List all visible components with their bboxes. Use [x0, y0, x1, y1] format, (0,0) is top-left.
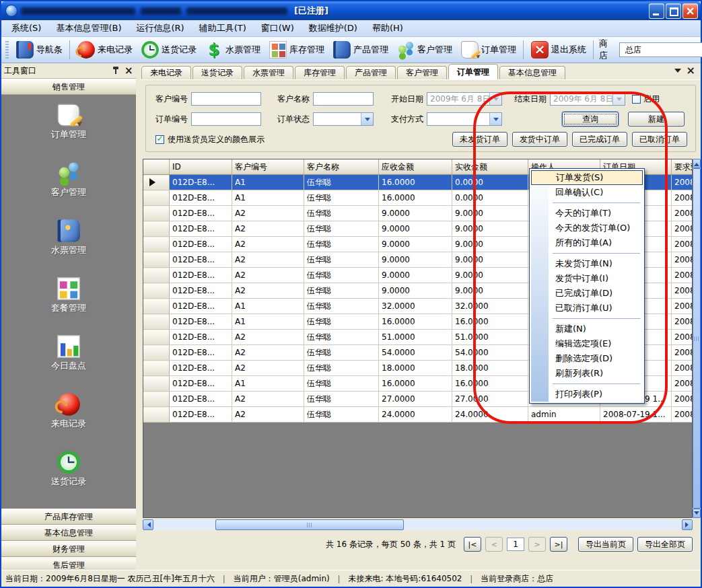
row-selector[interactable] — [143, 376, 170, 392]
context-menu-item-13[interactable]: 编辑选定项(E) — [531, 336, 643, 351]
grid-header-7[interactable]: 要求到货日期 — [672, 159, 693, 175]
menubar-item-5[interactable]: 数据维护(D) — [302, 20, 365, 36]
tab-7[interactable]: 基本信息管理 — [499, 66, 565, 79]
menubar-item-0[interactable]: 系统(S) — [4, 20, 48, 36]
context-menu-item-0[interactable]: 订单发货(S) — [531, 170, 643, 185]
row-selector[interactable] — [143, 361, 170, 376]
row-selector[interactable] — [143, 268, 170, 283]
close-icon[interactable] — [122, 65, 133, 76]
context-menu-item-9[interactable]: 已完成订单(D) — [531, 286, 643, 301]
context-menu-item-5[interactable]: 所有的订单(A) — [531, 235, 643, 250]
chevron-down-icon[interactable] — [612, 93, 625, 105]
context-menu-item-7[interactable]: 未发货订单(N) — [531, 256, 643, 271]
context-menu-item-3[interactable]: 今天的订单(T) — [531, 206, 643, 221]
export-all-pages-button[interactable]: 导出全部页 — [637, 537, 693, 552]
start-date-picker[interactable]: 2009年 6月 8日 — [427, 92, 502, 106]
toolbar-button-order[interactable]: 订单管理 — [456, 39, 520, 61]
grid-header-4[interactable]: 实收金额 — [452, 159, 528, 175]
sidebar-group-0[interactable]: 产品库存管理 — [1, 509, 136, 525]
grid-header-1[interactable]: 客户编号 — [232, 159, 304, 175]
minimize-button[interactable] — [649, 3, 664, 19]
sidebar-item-customer[interactable]: 客户管理 — [51, 163, 86, 198]
pin-icon[interactable] — [110, 65, 121, 76]
context-menu-item-15[interactable]: 刷新列表(R) — [531, 366, 643, 381]
toolbar-button-exit[interactable]: 退出系统 — [526, 39, 590, 61]
close-button[interactable] — [682, 3, 698, 19]
tab-2[interactable]: 水票管理 — [244, 66, 293, 79]
vertical-scroll-thumb[interactable] — [693, 168, 701, 509]
shop-combo[interactable]: 总店 — [619, 42, 702, 57]
context-menu-item-1[interactable]: 回单确认(C) — [531, 185, 643, 200]
tab-0[interactable]: 来电记录 — [141, 66, 191, 79]
color-display-checkbox[interactable] — [155, 135, 164, 144]
tab-1[interactable]: 送货记录 — [192, 66, 242, 79]
row-selector[interactable] — [143, 237, 170, 252]
row-selector[interactable] — [143, 330, 170, 345]
row-selector[interactable] — [143, 299, 170, 314]
customer-name-input[interactable] — [313, 92, 374, 106]
grid-header-3[interactable]: 应收金额 — [379, 159, 452, 175]
toolbar-button-product[interactable]: 产品管理 — [328, 39, 392, 61]
status-filter-button-2[interactable]: 已完成订单 — [572, 132, 627, 147]
menubar-item-2[interactable]: 运行信息(R) — [129, 20, 191, 36]
grid-header-0[interactable]: ID — [170, 159, 232, 175]
context-menu-item-14[interactable]: 删除选定项(D) — [531, 351, 643, 366]
last-page-button[interactable]: >| — [550, 537, 567, 552]
sidebar-group-2[interactable]: 财务管理 — [1, 541, 136, 557]
payment-select[interactable] — [427, 112, 502, 126]
row-selector[interactable] — [143, 283, 170, 299]
sidebar-item-today-check[interactable]: 今日盘点 — [51, 337, 86, 372]
new-button[interactable]: 新建 — [628, 112, 685, 126]
row-selector[interactable] — [143, 252, 170, 268]
toolbar-button-navigator[interactable]: 导航条 — [11, 39, 67, 61]
toolbar-button-call-record[interactable]: 来电记录 — [73, 39, 137, 61]
row-selector[interactable] — [143, 190, 170, 206]
tab-4[interactable]: 产品管理 — [346, 66, 396, 79]
horizontal-scroll-thumb[interactable] — [215, 519, 404, 530]
sidebar-group-sales[interactable]: 销售管理 — [1, 79, 136, 95]
scroll-left-icon[interactable] — [143, 519, 153, 530]
grid-header-2[interactable]: 客户名称 — [304, 159, 379, 175]
tab-6[interactable]: 订单管理 — [448, 64, 498, 79]
scroll-right-icon[interactable] — [682, 519, 693, 530]
sidebar-item-call-record[interactable]: 来电记录 — [51, 395, 86, 430]
context-menu-item-10[interactable]: 已取消订单(U) — [531, 301, 643, 316]
scroll-down-icon[interactable] — [693, 509, 701, 518]
sidebar-group-1[interactable]: 基本信息管理 — [1, 525, 136, 541]
status-filter-button-3[interactable]: 已取消订单 — [632, 132, 687, 147]
tab-3[interactable]: 库存管理 — [295, 66, 345, 79]
first-page-button[interactable]: |< — [464, 537, 481, 552]
menubar-item-4[interactable]: 窗口(W) — [254, 20, 302, 36]
tab-close-icon[interactable] — [687, 64, 695, 77]
enable-checkbox[interactable] — [632, 95, 641, 104]
vertical-scrollbar[interactable] — [693, 159, 701, 518]
context-menu-item-8[interactable]: 发货中订单(I) — [531, 271, 643, 286]
customer-no-input[interactable] — [191, 92, 261, 106]
page-number-input[interactable] — [507, 538, 524, 551]
query-button[interactable]: 查询 — [562, 112, 619, 126]
end-date-picker[interactable]: 2009年 6月 8日 — [550, 92, 625, 106]
menubar-item-3[interactable]: 辅助工具(T) — [192, 20, 254, 36]
chevron-down-icon[interactable] — [489, 93, 501, 105]
menubar-item-6[interactable]: 帮助(H) — [365, 20, 411, 36]
context-menu-item-12[interactable]: 新建(N) — [531, 322, 643, 336]
toolbar-button-customer[interactable]: 客户管理 — [392, 39, 456, 61]
sidebar-item-water-card[interactable]: 水票管理 — [51, 221, 86, 256]
context-menu-item-4[interactable]: 今天的发货订单(O) — [531, 221, 643, 235]
sidebar-item-delivery-record[interactable]: 送货记录 — [51, 453, 86, 488]
row-selector[interactable] — [143, 407, 170, 422]
toolbar-button-delivery-record[interactable]: 送货记录 — [137, 39, 201, 61]
sidebar-item-package[interactable]: 套餐管理 — [51, 279, 86, 314]
export-current-page-button[interactable]: 导出当前页 — [578, 537, 633, 552]
row-selector[interactable] — [143, 221, 170, 237]
order-status-select[interactable] — [313, 112, 374, 126]
toolbar-grip[interactable] — [5, 41, 9, 59]
status-filter-button-0[interactable]: 未发货订单 — [452, 132, 507, 147]
status-filter-button-1[interactable]: 发货中订单 — [512, 132, 567, 147]
row-selector[interactable] — [143, 345, 170, 361]
tab-5[interactable]: 客户管理 — [397, 66, 447, 79]
row-selector[interactable] — [143, 314, 170, 330]
context-menu-item-17[interactable]: 打印列表(P) — [531, 387, 643, 402]
sidebar-item-order[interactable]: 订单管理 — [51, 106, 86, 141]
tab-list-dropdown-icon[interactable] — [674, 69, 681, 76]
